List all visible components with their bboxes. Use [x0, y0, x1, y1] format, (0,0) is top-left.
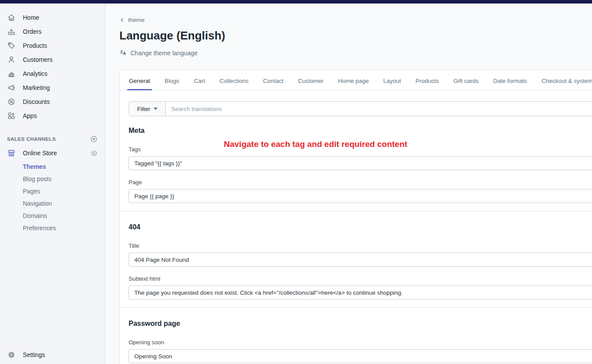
404-subtext-input[interactable]: [129, 285, 592, 300]
top-bar: [0, 0, 592, 4]
tab-checkout-system[interactable]: Checkout & system: [540, 70, 592, 90]
storefront-icon: [7, 149, 16, 157]
sidebar-item-label: Discounts: [23, 98, 50, 105]
sidebar-item-label: Products: [23, 42, 47, 49]
sidebar-item-settings[interactable]: Settings: [0, 347, 105, 362]
sub-item-label: Pages: [23, 188, 40, 195]
sidebar-item-domains[interactable]: Domains: [0, 210, 105, 222]
chevron-left-icon: [119, 17, 125, 23]
sidebar-item-discounts[interactable]: Discounts: [0, 95, 105, 109]
filter-dropdown-button[interactable]: Filter: [129, 102, 166, 116]
sub-item-label: Domains: [23, 212, 47, 219]
sidebar-item-label: Marketing: [23, 84, 50, 91]
sidebar-item-apps[interactable]: Apps: [0, 109, 105, 123]
main-content: theme Language (English) Change theme la…: [105, 4, 592, 364]
field-404-title: Title: [129, 243, 592, 267]
field-404-subtext: Subtext html: [129, 275, 592, 300]
tab-gift-cards[interactable]: Gift cards: [452, 70, 481, 90]
sidebar-item-label: Customers: [23, 56, 53, 63]
sidebar-item-blog-posts[interactable]: Blog posts: [0, 173, 105, 185]
tab-products[interactable]: Products: [414, 70, 441, 90]
sidebar-item-customers[interactable]: Customers: [0, 53, 105, 67]
discount-badge-icon: [7, 97, 16, 106]
opening-soon-input[interactable]: [129, 349, 592, 363]
sidebar-item-label: Analytics: [23, 70, 47, 77]
breadcrumb-label: theme: [128, 17, 145, 23]
field-label-tags: Tags: [129, 146, 592, 153]
sales-channels-label: SALES CHANNELS: [7, 136, 56, 142]
tab-customer[interactable]: Customer: [296, 70, 326, 90]
sub-item-label: Navigation: [23, 200, 52, 207]
sidebar-item-products[interactable]: Products: [0, 39, 105, 53]
sub-item-label: Preferences: [23, 225, 56, 232]
section-heading-404: 404: [129, 223, 592, 231]
sidebar: Home Orders Products Customers Analytics…: [0, 4, 105, 364]
translations-card: General Blogs Cart Collections Contact C…: [119, 70, 592, 364]
404-title-input[interactable]: [129, 253, 592, 267]
home-icon: [7, 13, 16, 22]
gear-icon: [7, 350, 16, 359]
field-tags: Tags: [129, 146, 592, 170]
section-heading-meta: Meta: [129, 127, 592, 135]
section-password-page: Password page Opening soon: [120, 308, 592, 364]
tab-date-formats[interactable]: Date formats: [492, 70, 529, 90]
search-translations-input[interactable]: [166, 102, 592, 116]
tab-cart[interactable]: Cart: [192, 70, 207, 90]
sidebar-item-navigation[interactable]: Navigation: [0, 197, 105, 210]
person-icon: [7, 55, 16, 64]
sidebar-item-preferences[interactable]: Preferences: [0, 222, 105, 234]
section-404: 404 Title Subtext html: [120, 211, 592, 307]
filter-search-group: Filter: [129, 101, 592, 116]
add-channel-plus-icon[interactable]: [90, 135, 98, 143]
tab-blogs[interactable]: Blogs: [163, 70, 181, 90]
tab-layout[interactable]: Layout: [381, 70, 403, 90]
sidebar-item-marketing[interactable]: Marketing: [0, 81, 105, 95]
field-label-subtext-html: Subtext html: [129, 275, 592, 282]
change-theme-language-label: Change theme language: [130, 50, 197, 57]
filter-button-label: Filter: [137, 106, 151, 112]
sidebar-item-online-store[interactable]: Online Store: [0, 146, 105, 161]
online-store-label: Online Store: [23, 150, 57, 157]
tab-collections[interactable]: Collections: [218, 70, 250, 90]
caret-down-icon: [154, 107, 158, 110]
field-label-page: Page: [129, 179, 592, 186]
view-store-eye-icon[interactable]: [90, 150, 98, 157]
sidebar-item-pages[interactable]: Pages: [0, 185, 105, 197]
tab-bar: General Blogs Cart Collections Contact C…: [120, 70, 592, 90]
field-label-opening-soon: Opening soon: [129, 339, 592, 346]
sub-item-label: Themes: [23, 163, 46, 170]
sidebar-item-home[interactable]: Home: [0, 11, 105, 25]
settings-label: Settings: [23, 351, 45, 358]
page-input[interactable]: [129, 189, 592, 203]
sub-item-label: Blog posts: [23, 175, 51, 182]
sidebar-item-analytics[interactable]: Analytics: [0, 67, 105, 81]
field-page: Page: [129, 179, 592, 203]
tag-icon: [7, 41, 16, 50]
section-meta: Filter Meta Tags Page: [120, 90, 592, 211]
sidebar-item-label: Apps: [23, 112, 37, 119]
page-title: Language (English): [119, 29, 592, 43]
change-theme-language-link[interactable]: Change theme language: [119, 49, 197, 57]
tab-home-page[interactable]: Home page: [336, 70, 370, 90]
field-opening-soon: Opening soon: [129, 339, 592, 363]
tab-general[interactable]: General: [127, 70, 152, 90]
tab-contact[interactable]: Contact: [261, 70, 285, 90]
breadcrumb[interactable]: theme: [119, 17, 145, 23]
sidebar-spacer: [0, 234, 105, 347]
page-header: theme Language (English) Change theme la…: [105, 4, 592, 58]
translate-icon: [119, 49, 127, 57]
tags-input[interactable]: [129, 156, 592, 170]
apps-grid-icon: [7, 111, 16, 120]
megaphone-icon: [7, 83, 16, 92]
orders-tray-icon: [7, 27, 16, 36]
bar-chart-icon: [7, 69, 16, 78]
sidebar-item-label: Orders: [23, 28, 42, 35]
section-heading-password-page: Password page: [129, 320, 592, 328]
sidebar-item-orders[interactable]: Orders: [0, 25, 105, 39]
field-label-title: Title: [129, 243, 592, 249]
sales-channels-header: SALES CHANNELS: [0, 132, 105, 146]
sidebar-item-label: Home: [23, 14, 39, 21]
sidebar-item-themes[interactable]: Themes: [0, 161, 105, 173]
